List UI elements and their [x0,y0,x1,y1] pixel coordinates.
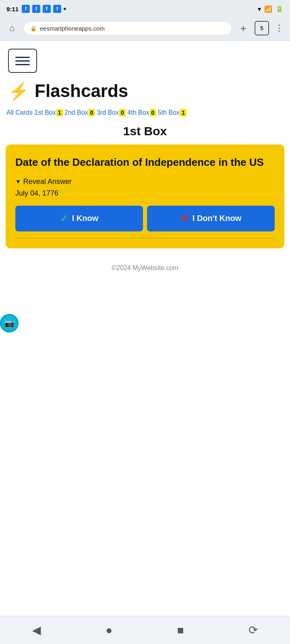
fb-icon-1: f [22,5,30,13]
5th-box-label: 5th Box [158,109,180,116]
status-left: 9:11 f f f f [6,5,66,13]
more-icon: ⋮ [275,23,284,33]
back-icon: ◀ [32,624,41,636]
reveal-answer-button[interactable]: ▼ Reveal Answer [15,178,72,186]
all-cards-label: All Cards [6,109,33,116]
battery-icon: 🔋 [276,5,284,13]
box-heading: 1st Box [0,121,290,144]
3rd-box-label: 3rd Box [97,109,119,116]
i-dont-know-button[interactable]: ✕ I Don't Know [147,206,275,231]
address-text: eesmartphoneapps.com [40,25,105,32]
4th-box-label: 4th Box [127,109,149,116]
footer: ©2024 MyWebsite.com [0,248,290,280]
4th-box-badge: 0 [150,109,156,116]
status-right: ▾ 📶 🔋 [258,5,284,13]
status-icons: f f f f [22,5,66,13]
action-buttons: ✓ I Know ✕ I Don't Know [15,206,275,231]
reveal-answer-label: Reveal Answer [23,178,72,186]
2nd-box-badge: 0 [89,109,95,116]
5th-box-badge: 1 [180,109,186,116]
lock-icon: 🔒 [30,25,37,31]
3rd-box-badge: 0 [119,109,126,116]
time: 9:11 [6,6,19,12]
camera-icon: 📷 [4,318,14,328]
rotate-button[interactable]: ⟳ [249,623,258,637]
reveal-arrow-icon: ▼ [15,178,21,185]
page-title-section: ⚡ Flashcards [0,77,290,107]
i-know-label: I Know [72,214,99,223]
home-nav-icon: ● [106,624,112,636]
floating-camera-button[interactable]: 📷 [0,314,19,332]
more-options-button[interactable]: ⋮ [273,23,285,33]
address-bar[interactable]: 🔒 eesmartphoneapps.com [23,21,232,35]
page-content: ⚡ Flashcards All Cards 1st Box1 2nd Box0… [0,41,290,644]
nav-tab-all-cards[interactable]: All Cards [6,109,33,116]
footer-text: ©2024 MyWebsite.com [112,264,178,271]
i-know-button[interactable]: ✓ I Know [15,206,143,231]
nav-tabs: All Cards 1st Box1 2nd Box0 3rd Box0 4th… [0,107,290,121]
signal-icon: 📶 [264,5,272,13]
tab-count-button[interactable]: 5 [255,21,269,35]
page-title: Flashcards [35,81,128,101]
wifi-icon: ▾ [258,5,261,13]
check-icon: ✓ [60,213,68,224]
home-icon: ⌂ [9,23,14,33]
fb-icon-3: f [43,5,51,13]
fb-icon-2: f [32,5,40,13]
hamburger-line-3 [15,64,30,65]
1st-box-label: 1st Box [34,109,56,116]
menu-section [0,41,290,77]
nav-tab-5th-box[interactable]: 5th Box1 [158,109,186,116]
2nd-box-label: 2nd Box [64,109,88,116]
square-icon: ■ [177,624,184,636]
hamburger-line-2 [15,60,30,62]
i-dont-know-label: I Don't Know [193,214,241,223]
nav-tab-3rd-box[interactable]: 3rd Box0 [97,109,126,116]
tab-count: 5 [260,25,263,31]
flashcard-question: Date of the Declaration of Independence … [15,156,275,169]
fb-icon-4: f [53,5,61,13]
answer-text: July 04, 1776 [15,189,275,198]
nav-tab-1st-box[interactable]: 1st Box1 [34,109,62,116]
recent-apps-button[interactable]: ■ [177,624,184,637]
nav-tab-4th-box[interactable]: 4th Box0 [127,109,156,116]
1st-box-badge: 1 [56,109,63,116]
back-button[interactable]: ◀ [32,623,41,637]
lightning-icon: ⚡ [8,81,29,101]
home-button[interactable]: ⌂ [5,21,19,35]
rotate-icon: ⟳ [249,624,258,636]
plus-icon: + [240,22,246,35]
bottom-nav: ◀ ● ■ ⟳ [0,616,290,644]
nav-tab-2nd-box[interactable]: 2nd Box0 [64,109,95,116]
hamburger-menu-button[interactable] [8,49,37,73]
hamburger-line-1 [15,57,30,58]
reveal-section: ▼ Reveal Answer [15,178,275,186]
status-bar: 9:11 f f f f ▾ 📶 🔋 [0,0,290,18]
browser-chrome: ⌂ 🔒 eesmartphoneapps.com + 5 ⋮ [0,18,290,41]
card-divider [15,238,275,239]
home-nav-button[interactable]: ● [106,624,112,637]
notification-dot [64,8,66,10]
flashcard: Date of the Declaration of Independence … [6,144,284,248]
new-tab-button[interactable]: + [236,21,251,35]
x-icon: ✕ [180,213,188,224]
